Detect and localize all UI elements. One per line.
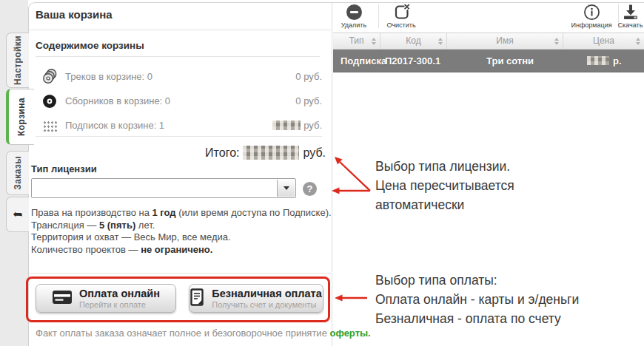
sidebar-tab-settings[interactable]: Настройки	[6, 33, 29, 88]
cell-type: Подписка	[341, 50, 386, 72]
pay-online-subtitle: Перейти к оплате	[79, 300, 146, 309]
tab-label: Заказы	[13, 156, 23, 190]
sort-icon[interactable]	[372, 38, 377, 45]
annotation-license: Выбор типа лицензии. Цена пересчитываетс…	[375, 157, 514, 214]
download-button[interactable]: Скачать	[617, 3, 644, 31]
cell-name: Три сотни	[486, 50, 534, 72]
pay-online-button[interactable]: Оплата онлайн Перейти к оплате	[36, 284, 176, 313]
divider	[36, 136, 322, 137]
download-icon	[617, 3, 644, 21]
cart-page: Настройки Корзина Заказы ➦ Ваша корзина …	[0, 0, 644, 346]
total-label: Итого:	[205, 146, 239, 160]
license-terms: Права на производство на 1 год (или врем…	[31, 207, 332, 256]
annotation-payment: Выбор типа оплаты: Оплата онлайн - карты…	[375, 271, 579, 328]
column-header-name[interactable]: Имя	[446, 33, 563, 49]
cart-item-collections: Сборников в корзине: 0 0 руб.	[41, 92, 322, 110]
chevron-down-icon	[284, 186, 289, 190]
info-icon	[567, 3, 616, 21]
cell-price: р.	[587, 50, 622, 72]
delete-icon	[346, 4, 362, 20]
sort-icon[interactable]	[438, 38, 443, 45]
document-icon	[190, 288, 205, 309]
toolbar-separator	[378, 4, 379, 28]
cell-code: П2017-300.1	[385, 50, 440, 72]
sidebar-tab-back[interactable]: ➦	[6, 197, 29, 232]
clear-label: Очистить	[380, 21, 422, 29]
info-label: Информация	[567, 21, 616, 29]
cart-total: Итого: руб.	[36, 146, 326, 160]
sidebar-tab-cart[interactable]: Корзина	[6, 89, 34, 145]
cart-contents-heading: Содержимое корзины	[36, 40, 144, 51]
cart-item-subscriptions: Подписок в корзине: 1 руб.	[41, 117, 322, 135]
masked-total-price	[243, 146, 299, 160]
pay-online-title: Оплата онлайн	[79, 288, 160, 299]
back-arrow-icon: ➦	[13, 208, 22, 220]
license-type-label: Тип лицензии	[31, 163, 97, 174]
clear-button[interactable]: Очистить	[380, 3, 422, 31]
divider	[29, 273, 331, 274]
sort-icon[interactable]	[554, 38, 560, 45]
item-label: Подписок в корзине: 1	[65, 120, 164, 131]
cart-item-tracks: Треков в корзине: 0 0 руб.	[41, 68, 322, 86]
divider	[332, 3, 332, 346]
table-row-subscription[interactable]: Подписка П2017-300.1 Три сотни р.	[333, 50, 644, 72]
sidebar-tab-orders[interactable]: Заказы	[6, 151, 29, 195]
table-header: Тип Код Имя Цена	[333, 33, 644, 50]
item-label: Треков в корзине: 0	[65, 71, 152, 82]
vinyl-record-icon	[41, 92, 58, 110]
discs-stack-icon	[41, 68, 58, 86]
info-button[interactable]: Информация	[567, 3, 616, 31]
delete-label: Удалить	[332, 21, 376, 29]
total-currency: руб.	[303, 146, 326, 160]
divider	[36, 56, 320, 57]
item-value: руб.	[272, 120, 322, 131]
offer-link[interactable]: оферты.	[329, 328, 370, 339]
delete-button[interactable]: Удалить	[332, 3, 376, 31]
item-value: 0 руб.	[295, 95, 322, 106]
tab-label: Корзина	[16, 98, 27, 136]
credit-card-icon	[52, 290, 73, 308]
download-label: Скачать	[617, 21, 644, 29]
divider	[29, 30, 331, 30]
tab-label: Настройки	[13, 35, 23, 85]
column-header-price[interactable]: Цена	[563, 33, 644, 49]
sort-icon[interactable]	[636, 38, 641, 45]
column-header-code[interactable]: Код	[380, 33, 446, 49]
masked-price	[587, 56, 609, 65]
pay-invoice-title: Безналичная оплата	[212, 288, 321, 299]
clear-icon	[380, 3, 422, 21]
pay-invoice-subtitle: Получить счет и документы	[212, 300, 316, 309]
pay-invoice-button[interactable]: Безналичная оплата Получить счет и докум…	[189, 284, 323, 313]
item-label: Сборников в корзине: 0	[65, 95, 170, 106]
item-value: 0 руб.	[295, 71, 322, 82]
offer-note: Факт оплаты заказа означает полное и без…	[36, 328, 371, 339]
page-title: Ваша корзина	[36, 8, 113, 21]
column-header-type[interactable]: Тип	[333, 33, 380, 49]
masked-price	[272, 121, 301, 130]
help-icon[interactable]: ?	[303, 182, 317, 196]
dropdown-arrow-button[interactable]	[277, 180, 295, 197]
dots-grid-icon	[42, 120, 58, 132]
license-type-select[interactable]	[31, 178, 296, 198]
